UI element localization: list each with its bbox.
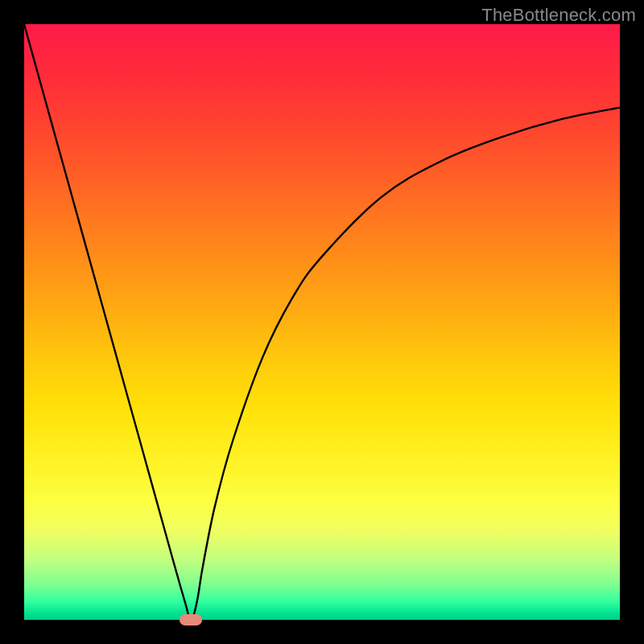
optimal-marker [180, 614, 202, 625]
chart-container: TheBottleneck.com [0, 0, 644, 644]
watermark-label: TheBottleneck.com [481, 5, 636, 26]
bottleneck-curve [24, 24, 620, 620]
plot-area [24, 24, 620, 620]
